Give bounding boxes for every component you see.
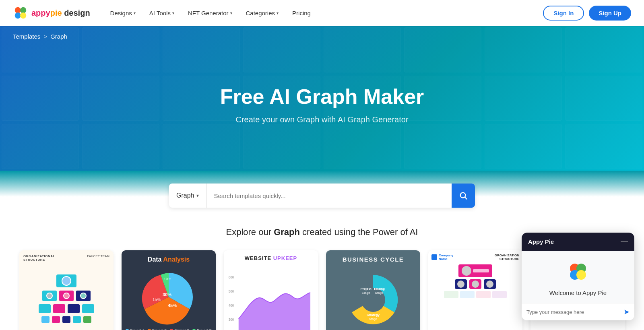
template-card-org-structure[interactable]: ORGANIZATIONALSTRUCTURE FAUCET TEAM: [19, 250, 114, 330]
search-category-label: Graph: [176, 192, 194, 199]
org2-content: CompanyName ORGANIZATION STRUCTURE: [428, 250, 522, 330]
nav-pricing[interactable]: Pricing: [287, 6, 316, 20]
business-cycle-title: BUSINESS CYCLE: [326, 256, 420, 263]
svg-text:Stage: Stage: [369, 317, 378, 321]
nav-designs[interactable]: Designs ▾: [105, 6, 141, 20]
svg-text:500: 500: [229, 289, 234, 294]
svg-point-1: [20, 7, 26, 13]
svg-text:Testing: Testing: [374, 287, 385, 291]
pie-legend: Project A Project B Project C Project D: [126, 328, 212, 330]
hero-content: Free AI Graph Maker Create your own Grap…: [220, 85, 424, 124]
org-nodes: [19, 262, 114, 327]
nav-ai-tools[interactable]: AI Tools ▾: [144, 6, 180, 20]
chat-input[interactable]: [526, 309, 620, 315]
logo[interactable]: appypie design: [13, 5, 90, 21]
svg-point-3: [20, 12, 26, 19]
org-top-node: [56, 274, 76, 287]
svg-text:45%: 45%: [168, 303, 177, 308]
org-label: ORGANIZATIONALSTRUCTURE: [23, 254, 55, 262]
search-button[interactable]: [452, 184, 475, 208]
chat-close-button[interactable]: —: [621, 237, 628, 246]
svg-point-45: [576, 270, 586, 280]
search-category-chevron-icon: ▾: [196, 193, 199, 198]
search-input[interactable]: [206, 184, 452, 208]
template-card-website-upkeep[interactable]: WEBSITE UPKEEP 600 500 400 300 2016: [224, 250, 318, 330]
svg-text:400: 400: [229, 303, 234, 308]
chat-widget: Appy Pie — Welcome to Appy Pie ➤: [522, 233, 634, 320]
logo-text: appypie design: [31, 8, 90, 18]
svg-point-2: [15, 12, 21, 19]
breadcrumb: Templates > Graph: [13, 33, 67, 40]
chat-header-title: Appy Pie: [528, 238, 554, 245]
svg-text:Stage: Stage: [375, 291, 384, 295]
breadcrumb-separator: >: [43, 33, 47, 40]
svg-text:600: 600: [229, 275, 234, 280]
signin-button[interactable]: Sign In: [543, 6, 584, 21]
chat-header: Appy Pie —: [522, 233, 634, 251]
logo-text-part3: design: [62, 8, 90, 17]
area-chart: 600 500 400 300 2016 2017 2018 2019 2020: [224, 250, 318, 330]
nav-categories[interactable]: Categories ▾: [240, 6, 285, 20]
donut-chart: Testing Stage Project Stage Strategy Sta…: [341, 268, 405, 330]
breadcrumb-current: Graph: [50, 33, 67, 40]
send-icon: ➤: [623, 308, 630, 316]
svg-text:Strategy: Strategy: [367, 313, 380, 317]
logo-text-part2: pie: [50, 8, 62, 17]
search-category-dropdown[interactable]: Graph ▾: [169, 184, 206, 208]
logo-text-part1: appy: [31, 8, 50, 17]
breadcrumb-templates[interactable]: Templates: [13, 33, 40, 40]
svg-text:300: 300: [229, 318, 234, 322]
svg-text:15%: 15%: [153, 297, 161, 302]
svg-text:30%: 30%: [163, 292, 171, 297]
categories-chevron-icon: ▾: [277, 11, 279, 15]
pie-chart: 30% 45% 15% 10% Project A Project B Proj…: [126, 269, 212, 330]
nft-chevron-icon: ▾: [230, 11, 232, 15]
search-bar: Graph ▾: [169, 184, 475, 208]
nav-links: Designs ▾ AI Tools ▾ NFT Generator ▾ Cat…: [105, 6, 543, 20]
nav-nft-generator[interactable]: NFT Generator ▾: [182, 6, 238, 20]
chat-logo-icon: [567, 260, 589, 283]
template-card-business-cycle[interactable]: BUSINESS CYCLE Testing Stage Project: [326, 250, 420, 330]
logo-icon: [13, 5, 28, 21]
website-upkeep-title: WEBSITE UPKEEP: [224, 255, 318, 261]
svg-text:Stage: Stage: [362, 291, 370, 295]
chat-body: Welcome to Appy Pie: [522, 251, 634, 303]
search-icon: [459, 191, 468, 200]
data-analysis-title: Data Analysis: [122, 256, 216, 263]
org-row-1: [42, 291, 91, 301]
navbar: appypie design Designs ▾ AI Tools ▾ NFT …: [0, 0, 644, 26]
org-row-2: [39, 304, 94, 313]
chat-input-row: ➤: [522, 303, 634, 320]
template-card-org-structure-2[interactable]: CompanyName ORGANIZATION STRUCTURE: [428, 250, 522, 330]
hero-section: Templates > Graph Free AI Graph Maker Cr…: [0, 26, 644, 171]
svg-text:10%: 10%: [164, 277, 171, 281]
svg-line-5: [465, 197, 467, 199]
svg-point-4: [460, 193, 466, 198]
nav-actions: Sign In Sign Up: [543, 6, 631, 21]
svg-point-0: [15, 7, 21, 13]
signup-button[interactable]: Sign Up: [589, 6, 631, 21]
chat-send-button[interactable]: ➤: [623, 307, 630, 316]
ai-tools-chevron-icon: ▾: [172, 11, 174, 15]
search-section: Graph ▾: [0, 171, 644, 214]
hero-subtitle: Create your own Graph with AI Graph Gene…: [220, 115, 424, 124]
template-card-data-analysis[interactable]: Data Analysis 30% 45% 15%: [122, 250, 216, 330]
org-label-right: FAUCET TEAM: [87, 254, 109, 258]
org-row-3: [41, 316, 91, 323]
hero-title: Free AI Graph Maker: [220, 85, 424, 109]
designs-chevron-icon: ▾: [134, 11, 136, 15]
chat-welcome-text: Welcome to Appy Pie: [549, 289, 607, 296]
svg-text:Project: Project: [360, 287, 371, 291]
